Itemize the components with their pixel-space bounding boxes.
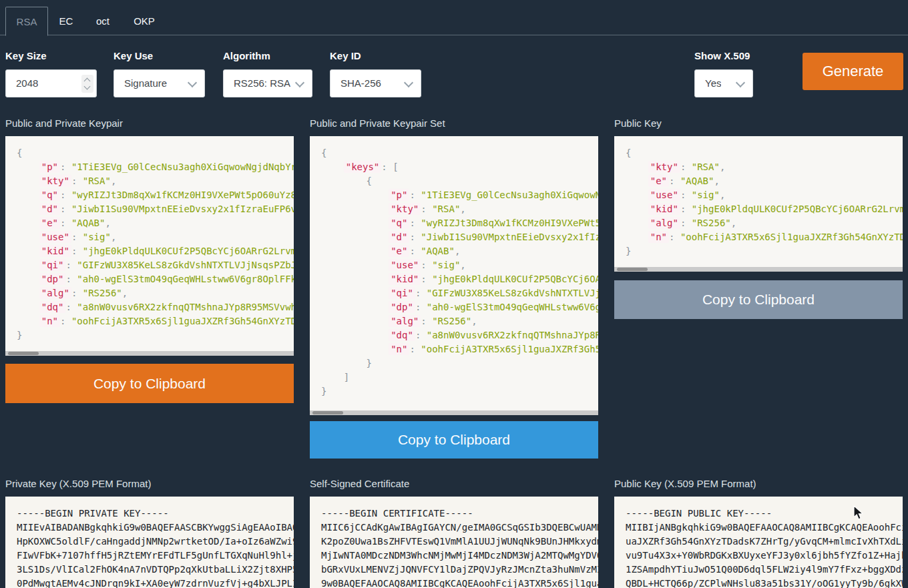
algorithm-group: Algorithm RS256: RSA (223, 50, 312, 97)
tab-ec[interactable]: EC (48, 7, 84, 35)
pem-line: vu9Tu4X3x+Y0WbRDGKxBXUyxeYFJ3y0xl6jbh5fY… (626, 549, 903, 563)
pem-line: -----BEGIN CERTIFICATE----- (321, 507, 598, 521)
generate-button[interactable]: Generate (803, 53, 903, 90)
number-spinner-icon[interactable] (81, 75, 93, 93)
code-line: "kid": "jhgE0kPldqULK0CUf2P5QBcYCj6OARrG… (321, 272, 598, 286)
code-line: "dq": "a8nW0vusv6RX2zkfnqQTMshnaJYp8R95M… (17, 300, 294, 314)
keypair-set-panel-title: Public and Private Keypair Set (310, 117, 445, 129)
key-use-value: Signature (124, 70, 167, 97)
keypair-set-json-code: { "keys": [ { "p": "1TiE3EVg_G0lCecNsu3a… (310, 136, 598, 398)
scrollbar-thumb[interactable] (312, 411, 343, 414)
code-line: "n": "oohFcijA3TXR5x6Sjl1guaJXZRf3Gh54Gn… (17, 314, 294, 328)
code-line: { (321, 174, 598, 188)
key-id-value: SHA-256 (340, 70, 381, 97)
public-key-panel-title: Public Key (614, 117, 662, 129)
code-line: "e": "AQAB", (321, 244, 598, 258)
copy-keypair-button[interactable]: Copy to Clipboard (5, 364, 294, 403)
key-use-label: Key Use (114, 50, 205, 61)
keypair-panel-title: Public and Private Keypair (5, 117, 123, 129)
show-x509-label: Show X.509 (694, 50, 753, 61)
code-line: "q": "wyRIZJt3Dm8qXw1fKCMz0HI9VXePWt5pO6… (17, 188, 294, 202)
mouse-cursor (852, 505, 865, 520)
code-line: "use": "sig", (626, 188, 903, 202)
key-use-group: Key Use Signature (114, 50, 205, 97)
horizontal-scrollbar[interactable] (614, 267, 903, 272)
pem-line: MIIBIjANBgkqhkiG9w0BAQEFAAOCAQ8AMIIBCgKC… (626, 521, 903, 535)
pem-line: uaJXZRf3Gh54GnXYzTDadsK7ZHrTg/yGvqCM+mlm… (626, 535, 903, 549)
code-line: "e": "AQAB", (17, 216, 294, 230)
jwk-generator-page: RSA EC oct OKP Key Size 2048 Key Use Sig… (0, 0, 908, 588)
code-line: { (321, 146, 598, 160)
key-use-select[interactable]: Signature (114, 69, 205, 97)
code-line: "keys": [ (321, 160, 598, 174)
pem-line: MjIwNTA0MDczNDM3WhcNMjMwMjI4MDczNDM3WjA2… (321, 549, 598, 563)
code-line: { (626, 146, 903, 160)
pem-line: MIIEvAIBADANBgkqhkiG9w0BAQEFAASCBKYwggSi… (17, 521, 294, 535)
chevron-down-icon (404, 78, 413, 87)
code-line: "alg": "RS256", (321, 314, 598, 328)
code-line: ] (321, 370, 598, 384)
code-line: "alg": "RS256", (17, 286, 294, 300)
code-line: "n": "oohFcijA3TXR5x6Sjl1guaJXZRf3Gh54Gn… (321, 342, 598, 356)
key-id-group: Key ID SHA-256 (330, 50, 421, 97)
key-size-input[interactable]: 2048 (5, 69, 97, 97)
public-key-pem-title: Public Key (X.509 PEM Format) (614, 478, 756, 489)
key-size-group: Key Size 2048 (5, 50, 97, 97)
code-line: } (321, 384, 598, 398)
chevron-down-icon (736, 78, 745, 87)
tab-rsa[interactable]: RSA (5, 7, 48, 36)
pem-line: MIIC6jCCAdKgAwIBAgIGAYCN/geIMA0GCSqGSIb3… (321, 521, 598, 535)
code-line: "qi": "GIFzWU3X85KeLS8zGkdVshNTXTLVJjNsq… (17, 258, 294, 272)
code-line: } (17, 328, 294, 342)
code-line: } (626, 244, 903, 258)
tab-oct[interactable]: oct (84, 7, 122, 35)
code-line: "p": "1TiE3EVg_G0lCecNsu3agh0XiGqwowNgjd… (321, 188, 598, 202)
public-key-json-box: { "kty": "RSA", "e": "AQAB", "use": "sig… (614, 136, 903, 272)
key-size-label: Key Size (5, 50, 97, 61)
pem-line: QBDL+HCTQ66p/ZCPlwNHslu83a51bs31Y/oOG1yy… (626, 577, 903, 588)
pem-line: K2poZ0Uwa1BsZHFVTEswQ1VmMlA1UUJjWUNqNk9B… (321, 535, 598, 549)
horizontal-scrollbar[interactable] (5, 351, 294, 356)
certificate-pem-text: -----BEGIN CERTIFICATE-----MIIC6jCCAdKgA… (310, 497, 598, 588)
public-key-json-code: { "kty": "RSA", "e": "AQAB", "use": "sig… (614, 136, 903, 258)
certificate-title: Self-Signed Certificate (310, 478, 409, 489)
copy-keypair-set-button[interactable]: Copy to Clipboard (310, 421, 598, 459)
algorithm-value: RS256: RSA (234, 70, 290, 97)
keypair-set-json-box: { "keys": [ { "p": "1TiE3EVg_G0lCecNsu3a… (310, 136, 598, 415)
key-id-label: Key ID (330, 50, 421, 61)
chevron-down-icon (188, 78, 197, 87)
private-key-pem-text: -----BEGIN PRIVATE KEY-----MIIEvAIBADANB… (5, 497, 294, 588)
scrollbar-thumb[interactable] (8, 352, 39, 355)
pem-line: 3LS1Ds/VlICal2FhOK4nA7nVDTQPp2qXkUtbaLLi… (17, 563, 294, 577)
code-line: "kty": "RSA", (321, 202, 598, 216)
algorithm-label: Algorithm (223, 50, 312, 61)
scrollbar-thumb[interactable] (617, 268, 648, 271)
code-line: "kty": "RSA", (17, 174, 294, 188)
pem-line: -----BEGIN PRIVATE KEY----- (17, 507, 294, 521)
code-line: "d": "JiwbI1Su90VMpxtnEEieDvsxy2x1fIzraE… (321, 230, 598, 244)
certificate-pem-box: -----BEGIN CERTIFICATE-----MIIC6jCCAdKgA… (310, 497, 598, 588)
code-line: "kid": "jhgE0kPldqULK0CUf2P5QBcYCj6OARrG… (17, 244, 294, 258)
key-id-select[interactable]: SHA-256 (330, 69, 421, 97)
tab-bar: RSA EC oct OKP (0, 0, 908, 35)
algorithm-select[interactable]: RS256: RSA (223, 69, 312, 97)
show-x509-select[interactable]: Yes (694, 69, 753, 97)
code-line: "d": "JiwbI1Su90VMpxtnEEieDvsxy2x1fIzraE… (17, 202, 294, 216)
tab-okp[interactable]: OKP (122, 7, 167, 35)
key-size-value: 2048 (16, 70, 38, 97)
code-line: "p": "1TiE3EVg_G0lCecNsu3agh0XiGqwowNgjd… (17, 160, 294, 174)
show-x509-group: Show X.509 Yes (694, 50, 753, 97)
horizontal-scrollbar[interactable] (310, 410, 598, 415)
copy-public-key-button[interactable]: Copy to Clipboard (614, 280, 903, 319)
code-line: { (17, 146, 294, 160)
show-x509-value: Yes (705, 70, 721, 97)
code-line: "use": "sig", (17, 230, 294, 244)
code-line: } (321, 356, 598, 370)
pem-line: HpKOXWC5oldlF/caHngaddjNMNp2wrtketOD/Ia+… (17, 535, 294, 549)
code-line: "dp": "ah0-wgElS3tmO49qGeqWHLstww6V6gr8O… (321, 300, 598, 314)
code-line: "kid": "jhgE0kPldqULK0CUf2P5QBcYCj6OARrG… (626, 202, 903, 216)
keypair-json-code: { "p": "1TiE3EVg_G0lCecNsu3agh0XiGqwowNg… (5, 136, 294, 342)
code-line: "dp": "ah0-wgElS3tmO49qGeqWHLstww6V6gr8O… (17, 272, 294, 286)
code-line: "e": "AQAB", (626, 174, 903, 188)
private-key-pem-box: -----BEGIN PRIVATE KEY-----MIIEvAIBADANB… (5, 497, 294, 588)
